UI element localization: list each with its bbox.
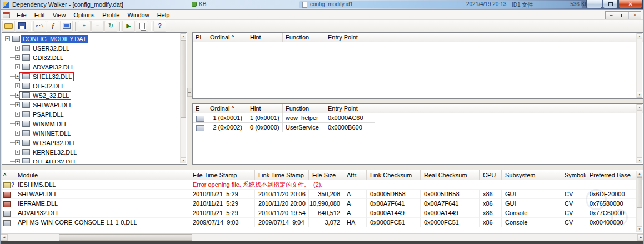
expand-expander-icon[interactable]: + [15, 102, 20, 107]
expand-expander-icon[interactable]: + [15, 140, 20, 145]
pane-splitter-vertical[interactable] [187, 32, 192, 165]
menu-item-view[interactable]: View [49, 11, 70, 19]
tree-item[interactable]: + SHELL32.DLL [3, 72, 179, 81]
scroll-down-button[interactable]: ▼ [637, 157, 642, 163]
col-ordinal[interactable]: Ordinal ^ [207, 104, 247, 113]
module-row[interactable]: SHLWAPI.DLL 2010/11/21 5:29 2010/11/20 2… [2, 190, 643, 199]
tree-item[interactable]: + SHLWAPI.DLL [3, 100, 179, 109]
pane-splitter-horizontal[interactable] [192, 99, 643, 103]
open-file-button[interactable] [2, 21, 15, 32]
help-button[interactable]: ? [153, 21, 166, 32]
menu-item-edit[interactable]: Edit [31, 11, 49, 19]
module-row[interactable]: IEFRAME.DLL 2010/11/21 5:29 2010/11/20 2… [2, 199, 643, 208]
scroll-thumb[interactable] [59, 234, 192, 241]
copy-button[interactable] [136, 21, 148, 32]
col-function[interactable]: Function [283, 104, 325, 113]
col-pi[interactable]: PI [193, 33, 207, 42]
expand-expander-icon[interactable]: + [15, 159, 20, 163]
maximize-button[interactable] [603, 0, 618, 8]
expand-expander-icon[interactable]: + [15, 121, 20, 126]
scroll-up-button[interactable]: ▲ [637, 33, 642, 39]
expand-all-button[interactable]: + [78, 21, 91, 32]
expand-expander-icon[interactable]: + [15, 150, 20, 155]
expand-expander-icon[interactable]: + [15, 64, 20, 69]
splitter-grip[interactable] [187, 88, 192, 97]
col-hint[interactable]: Hint [247, 33, 283, 42]
mdi-system-icon[interactable] [3, 12, 10, 18]
expand-expander-icon[interactable]: + [15, 55, 20, 60]
view-full-paths-button[interactable]: c:\ [33, 21, 46, 32]
vertical-scrollbar[interactable]: ▲ ▼ [180, 33, 186, 163]
bottom-splitter[interactable] [1, 165, 644, 170]
scroll-down-button[interactable]: ▼ [637, 226, 642, 232]
tree-item[interactable]: + WS2_32.DLL [3, 91, 179, 100]
tree-item[interactable]: + GDI32.DLL [3, 53, 179, 62]
col-e[interactable]: E [193, 104, 207, 113]
col-entry-point[interactable]: Entry Point [325, 33, 375, 42]
mdi-close-button[interactable]: × [629, 12, 641, 19]
menu-item-window[interactable]: Window [123, 11, 153, 19]
col-entry-point[interactable]: Entry Point [325, 104, 375, 113]
tree-item[interactable]: + WTSAPI32.DLL [3, 138, 179, 147]
mdi-minimize-button[interactable]: – [606, 12, 617, 19]
col-file-size[interactable]: File Size [309, 170, 343, 180]
tree-item[interactable]: + OLE32.DLL [3, 81, 179, 91]
scroll-up-button[interactable]: ▲ [181, 33, 186, 39]
start-profiling-button[interactable]: ▶ [122, 21, 135, 32]
col-attr[interactable]: Attr. [343, 170, 367, 180]
scroll-right-button[interactable]: ► [637, 234, 644, 241]
col-module[interactable]: Module [14, 170, 189, 180]
col-ordinal[interactable]: Ordinal ^ [207, 33, 247, 42]
col-link-checksum[interactable]: Link Checksum [367, 170, 421, 180]
expand-expander-icon[interactable]: + [15, 131, 20, 136]
scroll-thumb[interactable] [637, 177, 642, 208]
col-real-checksum[interactable]: Real Checksum [421, 170, 480, 180]
expand-expander-icon[interactable]: + [15, 46, 20, 51]
col-file-time-stamp[interactable]: File Time Stamp [189, 170, 255, 180]
col-sort-icon[interactable]: ^ [2, 170, 14, 180]
menu-item-help[interactable]: Help [153, 11, 174, 19]
scroll-left-button[interactable]: ◄ [1, 234, 8, 241]
view-system-info-button[interactable] [60, 21, 73, 32]
tree-item[interactable]: + PSAPI.DLL [3, 109, 179, 119]
scroll-up-button[interactable]: ▲ [637, 104, 642, 111]
menu-item-profile[interactable]: Profile [98, 11, 123, 19]
tree-item[interactable]: + USER32.DLL [3, 43, 179, 53]
col-symbols[interactable]: Symbols [561, 170, 586, 180]
module-row[interactable]: API-MS-WIN-CORE-CONSOLE-L1-1-0.DLL 2009/… [2, 218, 643, 227]
tree-item[interactable]: + ADVAPI32.DLL [3, 62, 179, 72]
title-bar[interactable]: Dependency Walker - [config_modify.dat] … [1, 0, 643, 10]
col-preferred-base[interactable]: Preferred Base [586, 170, 640, 180]
col-cpu[interactable]: CPU [480, 170, 502, 180]
refresh-button[interactable]: ↻ [104, 21, 117, 32]
expand-expander-icon[interactable]: + [15, 112, 20, 117]
expand-expander-icon[interactable]: + [15, 83, 20, 88]
export-row[interactable]: 1 (0x0001) 1 (0x0001) wow_helper 0x0000A… [193, 113, 643, 123]
minimize-button[interactable]: – [586, 0, 602, 8]
col-hint[interactable]: Hint [247, 104, 283, 113]
vertical-scrollbar[interactable]: ▲ ▼ [636, 171, 642, 232]
close-button[interactable]: × [618, 0, 642, 8]
save-button[interactable] [16, 21, 28, 32]
scroll-thumb[interactable] [181, 40, 186, 118]
vertical-scrollbar[interactable]: ▲ ▼ [636, 104, 642, 163]
tree-item[interactable]: + WININET.DLL [3, 128, 179, 138]
tree-item[interactable]: + KERNEL32.DLL [3, 147, 179, 157]
vertical-scrollbar[interactable]: ▲ ▼ [636, 33, 642, 98]
tree-root-item[interactable]: − CONFIG_MODIFY.DAT [3, 34, 179, 43]
tree-item[interactable]: + OLEAUT32.DLL [3, 157, 179, 163]
expand-expander-icon[interactable]: + [15, 74, 20, 79]
col-function[interactable]: Function [283, 33, 325, 42]
collapse-all-button[interactable]: − [91, 21, 104, 32]
scroll-down-button[interactable]: ▼ [181, 157, 186, 163]
module-row[interactable]: ADVAPI32.DLL 2010/11/21 5:29 2010/11/20 … [2, 208, 643, 218]
menu-item-file[interactable]: File [13, 11, 31, 19]
export-row[interactable]: 2 (0x0002) 0 (0x0000) UserService 0x0000… [193, 123, 643, 132]
collapse-expander-icon[interactable]: − [5, 36, 10, 41]
mdi-restore-button[interactable] [617, 12, 629, 19]
col-subsystem[interactable]: Subsystem [502, 170, 561, 180]
undecorate-functions-button[interactable]: ƒ [47, 21, 59, 32]
module-row[interactable]: ? IESHIMS.DLL Error opening file. 系统找不到指… [2, 180, 643, 190]
expand-expander-icon[interactable]: + [15, 93, 20, 98]
tree-item[interactable]: + WINMM.DLL [3, 119, 179, 128]
